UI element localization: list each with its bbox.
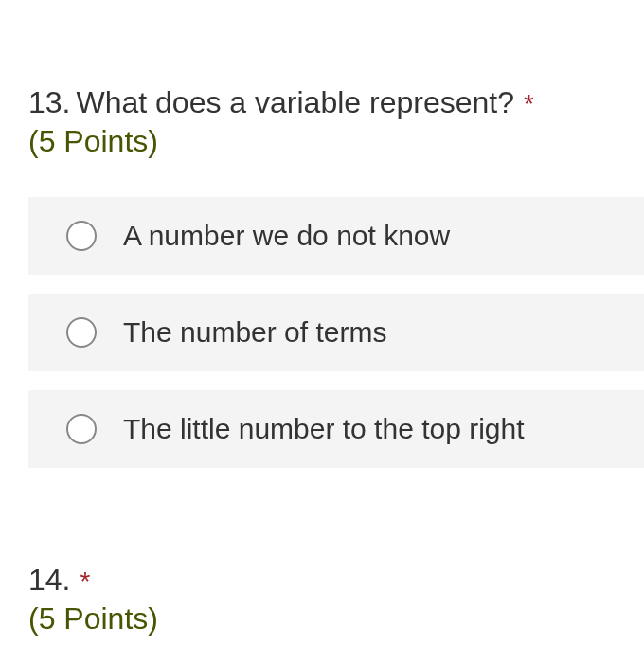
question-14-header: 14. * (5 Points) <box>28 563 644 636</box>
question-13-header: 13. What does a variable represent? * (5… <box>28 85 644 159</box>
question-14-title-row: 14. * <box>28 563 644 598</box>
option-label: The number of terms <box>123 316 386 349</box>
question-13-points: (5 Points) <box>28 124 644 159</box>
question-13-title-row: 13. What does a variable represent? * <box>28 85 644 120</box>
required-asterisk-icon: * <box>80 566 90 597</box>
question-14-points: (5 Points) <box>28 601 644 636</box>
option-row[interactable]: A number we do not know <box>28 197 644 275</box>
option-label: The little number to the top right <box>123 413 525 445</box>
option-row[interactable]: The little number to the top right <box>28 390 644 468</box>
required-asterisk-icon: * <box>524 89 534 119</box>
option-row[interactable]: The number of terms <box>28 294 644 371</box>
radio-icon[interactable] <box>66 414 97 444</box>
question-13-number: 13. <box>28 85 70 120</box>
question-13-options: A number we do not know The number of te… <box>28 197 644 468</box>
radio-icon[interactable] <box>66 317 97 348</box>
question-14-number: 14. <box>28 563 70 598</box>
question-14: 14. * (5 Points) <box>0 563 644 636</box>
radio-icon[interactable] <box>66 221 97 251</box>
option-label: A number we do not know <box>123 220 450 252</box>
question-13-text: What does a variable represent? <box>76 85 513 120</box>
question-13: 13. What does a variable represent? * (5… <box>0 85 644 468</box>
